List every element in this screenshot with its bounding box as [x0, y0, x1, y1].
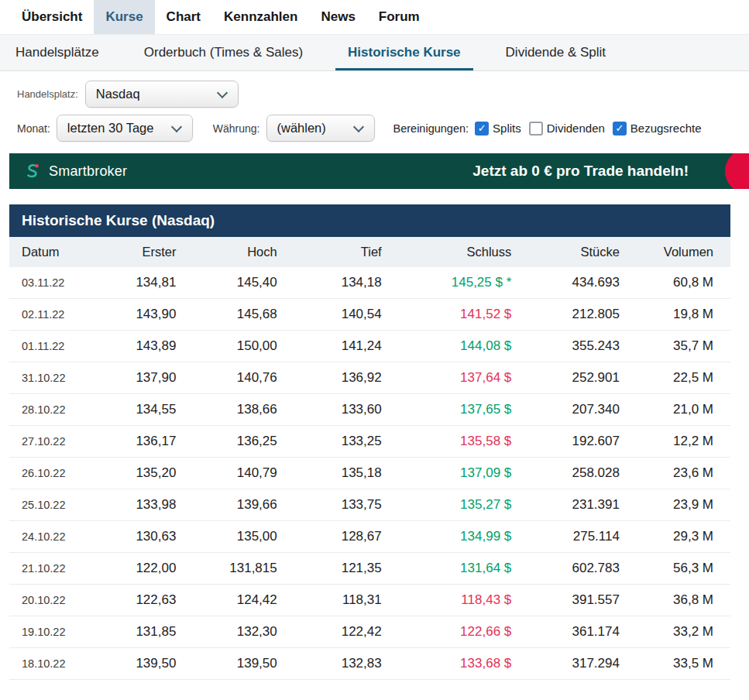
cell-volumen: 33,5 M: [637, 648, 730, 680]
main-nav-item-kennzahlen[interactable]: Kennzahlen: [212, 0, 309, 34]
cell-stuecke: 355.243: [528, 331, 637, 362]
promo-banner[interactable]: Smartbroker Jetzt ab 0 € pro Trade hande…: [9, 153, 749, 189]
checkbox-unchecked-icon[interactable]: [529, 122, 543, 136]
cell-stuecke: 212.805: [528, 299, 637, 331]
cell-schluss: 137,65 $: [399, 394, 529, 426]
cell-volumen: 60,8 M: [637, 267, 730, 299]
table-body: 03.11.22134,81145,40134,18145,25 $ *434.…: [9, 267, 730, 680]
monat-value: letzten 30 Tage: [67, 121, 154, 136]
cell-erster: 134,55: [96, 394, 194, 426]
sub-nav: HandelsplätzeOrderbuch (Times & Sales)Hi…: [0, 34, 749, 71]
cell-schluss: 135,27 $: [399, 489, 529, 521]
table-row: 26.10.22135,20140,79135,18137,09 $258.02…: [9, 458, 730, 489]
cell-stuecke: 207.340: [528, 394, 637, 426]
cell-schluss: 137,64 $: [399, 362, 529, 394]
cell-hoch: 139,66: [193, 489, 294, 521]
checkbox-label: Bezugsrechte: [630, 122, 702, 135]
cell-schluss: 131,64 $: [399, 553, 529, 585]
cell-tief: 121,35: [294, 553, 399, 585]
handelsplatz-select[interactable]: Nasdaq: [85, 81, 239, 108]
cell-volumen: 35,7 M: [637, 331, 730, 362]
table-row: 21.10.22122,00131,815121,35131,64 $602.7…: [9, 553, 730, 585]
bereinigungen-group: Bereinigungen: ✓SplitsDividenden✓Bezugsr…: [393, 122, 709, 136]
cell-datum: 01.11.22: [9, 331, 96, 362]
cell-tief: 132,83: [294, 648, 399, 680]
cell-hoch: 132,30: [193, 616, 294, 648]
cell-erster: 122,00: [96, 553, 194, 585]
cell-tief: 134,18: [294, 267, 399, 299]
cell-erster: 131,85: [96, 616, 194, 648]
sub-nav-item-handelsplaetze[interactable]: Handelsplätze: [3, 35, 112, 70]
bereinigungen-label: Bereinigungen:: [393, 122, 469, 135]
monat-select[interactable]: letzten 30 Tage: [57, 115, 193, 142]
filters: Handelsplatz: Nasdaq Monat: letzten 30 T…: [17, 81, 749, 142]
main-nav-item-chart[interactable]: Chart: [155, 0, 212, 34]
checkbox-checked-icon[interactable]: ✓: [613, 122, 627, 136]
main-nav-item-kurse[interactable]: Kurse: [94, 0, 154, 34]
cell-tief: 140,54: [294, 299, 399, 331]
cell-erster: 143,90: [96, 299, 194, 331]
cell-volumen: 19,8 M: [637, 299, 730, 331]
cell-volumen: 21,0 M: [637, 394, 730, 426]
cell-datum: 26.10.22: [9, 458, 96, 489]
main-nav-item-forum[interactable]: Forum: [367, 0, 431, 34]
promo-circle-icon: [725, 153, 749, 189]
cell-schluss: 118,43 $: [399, 585, 529, 616]
cell-tief: 133,75: [294, 489, 399, 521]
table-row: 27.10.22136,17136,25133,25135,58 $192.60…: [9, 426, 730, 458]
waehrung-value: (wählen): [277, 121, 326, 136]
checkbox-bezugsrechte[interactable]: ✓Bezugsrechte: [613, 122, 702, 136]
cell-stuecke: 361.174: [528, 616, 637, 648]
cell-volumen: 29,3 M: [637, 521, 730, 553]
checkbox-dividenden[interactable]: Dividenden: [529, 122, 605, 136]
checkbox-label: Dividenden: [547, 122, 605, 135]
column-header-datum: Datum: [9, 237, 96, 267]
cell-volumen: 22,5 M: [637, 362, 730, 394]
cell-datum: 24.10.22: [9, 521, 96, 553]
table-row: 31.10.22137,90140,76136,92137,64 $252.90…: [9, 362, 730, 394]
waehrung-select[interactable]: (wählen): [266, 115, 375, 142]
cell-volumen: 23,9 M: [637, 489, 730, 521]
cell-datum: 31.10.22: [9, 362, 96, 394]
handelsplatz-label: Handelsplatz:: [17, 88, 78, 100]
column-header-schluss: Schluss: [399, 237, 529, 267]
cell-datum: 28.10.22: [9, 394, 96, 426]
cell-stuecke: 258.028: [528, 458, 637, 489]
sub-nav-item-orderbuch[interactable]: Orderbuch (Times & Sales): [132, 35, 315, 70]
cell-tief: 128,67: [294, 521, 399, 553]
cell-hoch: 145,68: [193, 299, 294, 331]
cell-hoch: 140,76: [193, 362, 294, 394]
sub-nav-item-dividende-split[interactable]: Dividende & Split: [493, 35, 618, 70]
checkbox-label: Splits: [493, 122, 521, 135]
cell-stuecke: 192.607: [528, 426, 637, 458]
cell-erster: 122,63: [96, 585, 194, 616]
checkbox-checked-icon[interactable]: ✓: [475, 122, 489, 136]
cell-schluss: 141,52 $: [399, 299, 529, 331]
cell-erster: 136,17: [96, 426, 194, 458]
cell-schluss: 137,09 $: [399, 458, 529, 489]
main-nav-item-uebersicht[interactable]: Übersicht: [10, 0, 94, 34]
cell-hoch: 124,42: [193, 585, 294, 616]
column-header-erster: Erster: [96, 237, 194, 267]
table-row: 18.10.22139,50139,50132,83133,68 $317.29…: [9, 648, 730, 680]
cell-schluss: 122,66 $: [399, 616, 529, 648]
page: ÜbersichtKurseChartKennzahlenNewsForum H…: [0, 0, 749, 680]
cell-tief: 118,31: [294, 585, 399, 616]
chevron-down-icon: [171, 122, 182, 132]
main-nav-item-news[interactable]: News: [309, 0, 366, 34]
column-header-stuecke: Stücke: [528, 237, 637, 267]
table-row: 28.10.22134,55138,66133,60137,65 $207.34…: [9, 394, 730, 426]
cell-datum: 21.10.22: [9, 553, 96, 585]
cell-erster: 143,89: [96, 331, 194, 362]
cell-hoch: 135,00: [193, 521, 294, 553]
cell-hoch: 139,50: [193, 648, 294, 680]
monat-label: Monat:: [17, 122, 50, 135]
cell-schluss: 135,58 $: [399, 426, 529, 458]
cell-datum: 03.11.22: [9, 267, 96, 299]
cell-erster: 135,20: [96, 458, 194, 489]
sub-nav-item-historische-kurse[interactable]: Historische Kurse: [335, 35, 473, 70]
cell-schluss: 145,25 $ *: [399, 267, 529, 299]
table-title: Historische Kurse (Nasdaq): [9, 204, 730, 237]
checkbox-splits[interactable]: ✓Splits: [475, 122, 521, 136]
cell-tief: 133,60: [294, 394, 399, 426]
